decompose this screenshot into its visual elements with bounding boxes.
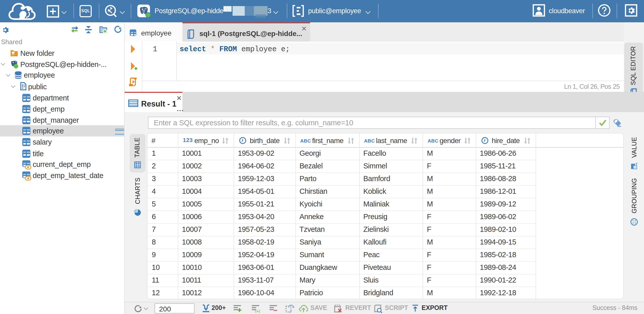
svg-text:(+): (+) (255, 309, 260, 313)
